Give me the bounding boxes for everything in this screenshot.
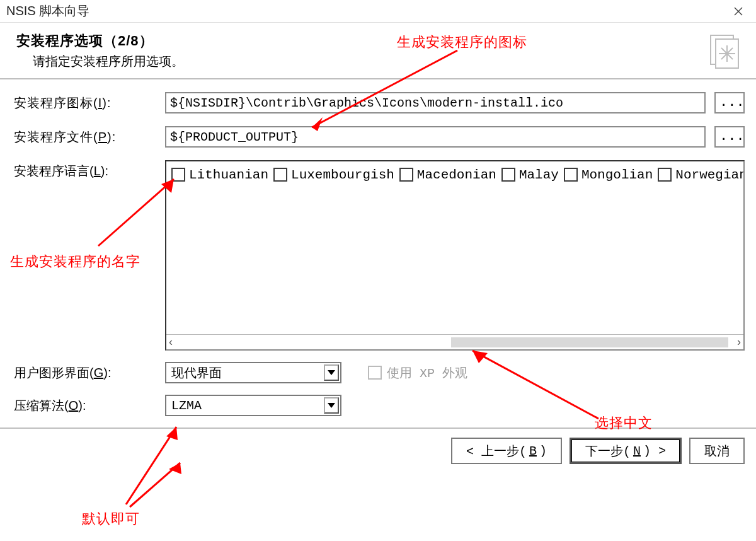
xp-look-checkbox: 使用 XP 外观 [368,364,467,381]
compression-select-value: LZMA [171,398,202,413]
annotation-default: 默认即可 [82,509,140,528]
icon-browse-button[interactable]: ... [714,92,745,113]
row-lang: 安装程序语言(L): LithuanianLuxembourgishMacedo… [14,160,745,351]
lang-label: 安装程序语言(L): [14,160,165,180]
language-item-label: Mongolian [581,168,653,182]
checkbox-icon [368,366,382,380]
checkbox-icon[interactable] [171,168,185,182]
language-item[interactable]: Macedonian [399,164,496,185]
language-scroll[interactable]: ‹ › [166,334,743,349]
language-item-label: Luxembourgish [291,168,394,182]
row-compression: 压缩算法(O): LZMA [14,395,745,416]
file-label: 安装程序文件(P): [14,129,165,146]
button-bar: < 上一步(B) 下一步(N) > 取消 [0,429,756,473]
icon-path-input[interactable] [165,92,706,113]
titlebar: NSIS 脚本向导 [0,0,756,23]
row-icon: 安装程序图标(I): ... [14,92,745,113]
row-file: 安装程序文件(P): ... [14,126,745,148]
language-item[interactable]: Malay [501,164,559,185]
page-subtitle: 请指定安装程序所用选项。 [33,53,184,70]
language-item[interactable]: Mongolian [564,164,653,185]
wizard-page-icon [704,32,745,72]
close-icon [734,7,743,16]
scroll-left-icon[interactable]: ‹ [169,335,173,349]
close-button[interactable] [726,2,751,21]
scroll-thumb[interactable] [451,337,728,347]
language-item[interactable]: Norwegian [658,164,745,185]
file-path-input[interactable] [165,126,706,148]
scroll-right-icon[interactable]: › [737,335,741,349]
file-browse-button[interactable]: ... [714,126,745,148]
checkbox-icon[interactable] [273,168,287,182]
header: 安装程序选项（2/8） 请指定安装程序所用选项。 [0,23,756,79]
window-title: NSIS 脚本向导 [6,3,89,20]
page-title: 安装程序选项（2/8） [16,32,184,50]
language-item-label: Malay [519,168,559,182]
row-ui: 用户图形界面(G): 现代界面 使用 XP 外观 [14,362,745,383]
xp-look-label: 使用 XP 外观 [387,364,467,381]
cancel-button[interactable]: 取消 [689,438,745,464]
ui-select-value: 现代界面 [171,364,222,381]
checkbox-icon[interactable] [399,168,413,182]
language-item-label: Norwegian [675,168,745,182]
chevron-down-icon[interactable] [324,364,339,381]
checkbox-icon[interactable] [564,168,578,182]
language-item[interactable]: Lithuanian [171,164,268,185]
language-item-label: Macedonian [417,168,496,182]
icon-label: 安装程序图标(I): [14,95,165,112]
chevron-down-icon[interactable] [324,397,339,414]
ui-select[interactable]: 现代界面 [165,362,341,383]
checkbox-icon[interactable] [501,168,515,182]
checkbox-icon[interactable] [658,168,672,182]
next-button[interactable]: 下一步(N) > [570,438,682,464]
form: 安装程序图标(I): ... 安装程序文件(P): ... 安装程序语言(L):… [0,79,756,416]
language-item-label: Lithuanian [189,168,268,182]
back-button[interactable]: < 上一步(B) [451,438,562,464]
ui-label: 用户图形界面(G): [14,364,165,381]
language-item[interactable]: Luxembourgish [273,164,394,185]
language-listbox[interactable]: LithuanianLuxembourgishMacedonianMalayMo… [165,160,745,351]
compression-label: 压缩算法(O): [14,397,165,414]
compression-select[interactable]: LZMA [165,395,341,416]
